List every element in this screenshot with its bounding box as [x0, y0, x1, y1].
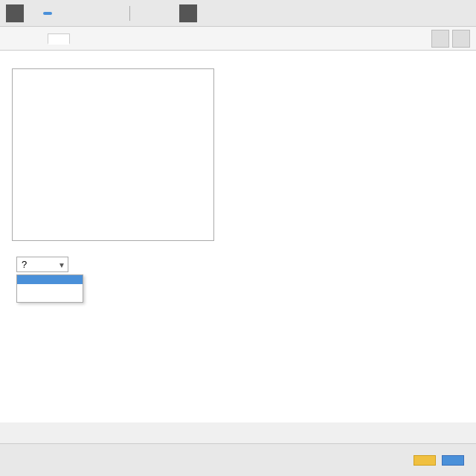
page-4[interactable]: [73, 12, 79, 15]
page-7[interactable]: [113, 12, 119, 15]
tab-icon-group: [431, 30, 470, 48]
page-10[interactable]: [167, 12, 173, 15]
bottom-buttons: [414, 455, 464, 466]
dropdown-menu: [16, 274, 83, 303]
page-8[interactable]: [141, 12, 147, 15]
transformation-row: ? is is not ▼: [12, 257, 464, 272]
transformation-select[interactable]: ? is is not: [16, 257, 68, 272]
page-numbers: [30, 6, 173, 21]
page-6[interactable]: [100, 12, 106, 15]
page-2-active[interactable]: [43, 12, 52, 15]
tab-bar: [0, 27, 476, 51]
page-3[interactable]: [60, 12, 65, 15]
tab-example[interactable]: [27, 34, 48, 43]
page-5[interactable]: [86, 12, 92, 15]
play-icon-button[interactable]: [431, 30, 449, 48]
page-9[interactable]: [154, 12, 160, 15]
page-1[interactable]: [30, 12, 36, 15]
dropdown-item-is[interactable]: [17, 284, 83, 293]
tab-question[interactable]: [6, 34, 27, 43]
next-question-button[interactable]: [442, 455, 464, 466]
prev-page-button[interactable]: [6, 4, 24, 22]
coordinate-graph: [12, 68, 214, 241]
check-answer-button[interactable]: [414, 455, 436, 466]
next-page-button[interactable]: [179, 4, 197, 22]
grid-icon-button[interactable]: [452, 30, 470, 48]
top-navigation: [0, 0, 476, 27]
dropdown-item-question[interactable]: [17, 275, 83, 284]
dropdown-item-is-not[interactable]: [17, 293, 83, 302]
bottom-bar: [0, 443, 476, 476]
transformation-dropdown-wrapper: ? is is not ▼: [16, 257, 68, 272]
main-content: ? is is not ▼: [0, 51, 476, 422]
tab-step-by-step[interactable]: [48, 33, 70, 45]
